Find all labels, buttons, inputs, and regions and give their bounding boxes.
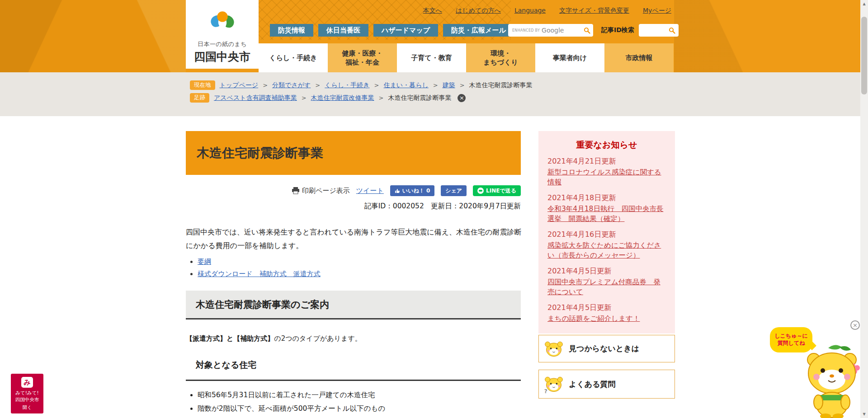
- tab-kurashi[interactable]: くらし・手続き: [259, 43, 328, 72]
- tab-shisei[interactable]: 市政情報: [604, 43, 674, 72]
- scrollbar-down-arrow[interactable]: ▼: [860, 410, 868, 418]
- svg-text:?: ?: [544, 388, 547, 395]
- notices-title: 重要なお知らせ: [547, 139, 666, 151]
- list-item: 昭和56年5月31日以前に着工された一戸建ての木造住宅: [198, 390, 523, 400]
- scrollbar: ▲ ▼: [860, 0, 868, 418]
- list-item: 要綱: [198, 258, 321, 266]
- facebook-like-label: いいね！ 0: [402, 187, 430, 195]
- tab-jigyosha[interactable]: 事業者向け: [535, 43, 604, 72]
- mite-mite-widget[interactable]: み みて!みて! 四国中央市 開く: [11, 374, 43, 413]
- footprint-kaishu[interactable]: 木造住宅耐震改修事業: [311, 94, 374, 102]
- mite-mite-logo-icon: み: [21, 377, 33, 388]
- utility-link-language[interactable]: Language: [514, 7, 546, 15]
- tab-kenko[interactable]: 健康・医療・ 福祉・年金: [328, 43, 397, 72]
- article-title-banner: 木造住宅耐震診断事業: [186, 131, 521, 175]
- mascot-shikochan[interactable]: [797, 343, 864, 418]
- crumb-current-page: 木造住宅耐震診断事業: [469, 81, 533, 89]
- search-area: ENHANCED BY Google 記事ID検索: [508, 24, 679, 37]
- crumb-separator: >: [374, 82, 379, 89]
- article-id-search-input[interactable]: [639, 24, 679, 37]
- button-disaster-mail[interactable]: 防災・広報メール: [443, 24, 514, 37]
- scrollbar-up-arrow[interactable]: ▲: [860, 0, 868, 8]
- type-note: 【派遣方式】と【補助方式】の2つのタイプがあります。: [186, 334, 362, 343]
- mascot-close-icon[interactable]: ×: [850, 320, 860, 330]
- article-id-search-icon[interactable]: [669, 27, 675, 34]
- print-page-label: 印刷ページ表示: [302, 187, 350, 195]
- notice-link-election[interactable]: 令和3年4月18日執行 四国中央市長選挙 開票結果（確定）: [547, 204, 666, 224]
- subsection-title: 対象となる住宅: [196, 359, 256, 371]
- crumb-separator: >: [379, 94, 384, 101]
- line-icon: [477, 188, 484, 194]
- help-box-label: 見つからないときは: [569, 343, 639, 354]
- facebook-share-label: シェア: [445, 187, 462, 195]
- notice-link-covid[interactable]: 新型コロナウイルス感染症に関する情報: [547, 167, 666, 188]
- thumbs-up-icon: [395, 188, 400, 193]
- main-nav: くらし・手続き 健康・医療・ 福祉・年金 子育て・教育 環境・ まちづくり 事業…: [259, 43, 674, 72]
- utility-link-main-content[interactable]: 本文へ: [423, 7, 442, 15]
- section-title: 木造住宅耐震診断事業のご案内: [196, 298, 329, 311]
- faq-box[interactable]: ? よくある質問: [538, 370, 675, 399]
- article-intro: 四国中央市では、近い将来発生すると言われている南海トラフ等巨大地震に備え、木造住…: [186, 225, 523, 252]
- list-item: 様式ダウンロード 補助方式 派遣方式: [198, 270, 321, 278]
- google-search-input[interactable]: ENHANCED BY Google: [508, 24, 593, 37]
- crumb-kenchiku[interactable]: 建築: [443, 81, 455, 89]
- footprint-current: 木造住宅耐震診断事業: [388, 94, 451, 102]
- utility-link-mypage[interactable]: Myページ: [643, 7, 671, 15]
- facebook-share-button[interactable]: シェア: [441, 185, 467, 196]
- notice-link-town-topics[interactable]: まちの話題をご紹介します！: [547, 314, 666, 324]
- page-title: 木造住宅耐震診断事業: [197, 145, 323, 162]
- utility-nav: 本文へ はじめての方へ Language 文字サイズ・背景色変更 Myページ: [423, 7, 671, 15]
- document-link-list: 要綱 様式ダウンロード 補助方式 派遣方式: [198, 258, 321, 282]
- footprint-close-icon[interactable]: ×: [458, 94, 466, 102]
- scrollbar-thumb[interactable]: [861, 17, 867, 94]
- section-header: 木造住宅耐震診断事業のご案内: [186, 291, 521, 319]
- button-holiday-doctor[interactable]: 休日当番医: [318, 24, 368, 37]
- tab-kankyo[interactable]: 環境・ まちづくり: [466, 43, 535, 72]
- crumb-separator: >: [315, 82, 320, 89]
- facebook-like-button[interactable]: いいね！ 0: [390, 185, 434, 196]
- footprint-badge: 足跡: [190, 93, 209, 103]
- quick-buttons: 防災情報 休日当番医 ハザードマップ 防災・広報メール: [270, 24, 514, 37]
- notice-date: 2021年4月21日更新: [547, 157, 666, 166]
- print-page-button[interactable]: 印刷ページ表示: [292, 187, 350, 195]
- notice-link-mayor-message[interactable]: 感染拡大を防ぐためにご協力ください（市長からのメッセージ）: [547, 240, 666, 261]
- button-disaster-info[interactable]: 防災情報: [270, 24, 313, 37]
- mite-open-label: 開く: [23, 404, 32, 411]
- search-icon[interactable]: [584, 27, 590, 34]
- mite-line1: みて!みて!: [15, 390, 38, 396]
- button-hazard-map[interactable]: ハザードマップ: [373, 24, 438, 37]
- printer-icon: [292, 187, 300, 194]
- utility-link-first-time[interactable]: はじめての方へ: [456, 7, 501, 15]
- notice-date: 2021年4月5日更新: [547, 267, 666, 276]
- line-share-button[interactable]: LINEで送る: [473, 185, 521, 196]
- article-meta: 記事ID：0002052 更新日：2020年9月7日更新: [186, 202, 521, 211]
- crumb-sumai[interactable]: 住まい・暮らし: [383, 81, 428, 89]
- link-download-forms[interactable]: 様式ダウンロード 補助方式 派遣方式: [198, 270, 321, 278]
- important-notices: 重要なお知らせ 2021年4月21日更新 新型コロナウイルス感染症に関する情報 …: [538, 131, 675, 333]
- tab-kosodate[interactable]: 子育て・教育: [397, 43, 466, 72]
- line-share-label: LINEで送る: [486, 187, 516, 195]
- help-box[interactable]: 見つからないときは: [538, 335, 675, 362]
- crumb-separator: >: [302, 94, 307, 101]
- notice-date: 2021年4月5日更新: [547, 303, 666, 313]
- crumb-top-page[interactable]: トップページ: [220, 81, 259, 89]
- type-note-rest: の2つのタイプがあります。: [274, 334, 361, 343]
- link-yoko[interactable]: 要綱: [198, 258, 211, 266]
- crumb-kurashi[interactable]: くらし・手続き: [325, 81, 369, 89]
- tweet-link[interactable]: ツイート: [356, 187, 384, 195]
- logo-city-name: 四国中央市: [194, 49, 250, 64]
- crumb-separator: >: [263, 82, 268, 89]
- search-google-label: Google: [542, 27, 584, 34]
- site-logo[interactable]: 日本一の紙のまち 四国中央市: [186, 0, 259, 69]
- mite-line2: 四国中央市: [15, 396, 39, 403]
- eligibility-list: 昭和56年5月31日以前に着工された一戸建ての木造住宅 階数が2階以下で、延べ面…: [198, 390, 523, 418]
- notice-date: 2021年4月16日更新: [547, 230, 666, 240]
- utility-link-font-size[interactable]: 文字サイズ・背景色変更: [559, 7, 629, 15]
- crumb-category[interactable]: 分類でさがす: [272, 81, 311, 89]
- footprint-asbestos[interactable]: アスベスト含有調査補助事業: [214, 94, 297, 102]
- notice-link-premium-voucher[interactable]: 四国中央市プレミアム付商品券 発売について: [547, 277, 666, 297]
- type-note-bold: 【派遣方式】と【補助方式】: [186, 334, 274, 343]
- location-badge: 現在地: [190, 80, 215, 90]
- logo-tagline: 日本一の紙のまち: [198, 40, 247, 48]
- header-right-decoration: [674, 0, 868, 72]
